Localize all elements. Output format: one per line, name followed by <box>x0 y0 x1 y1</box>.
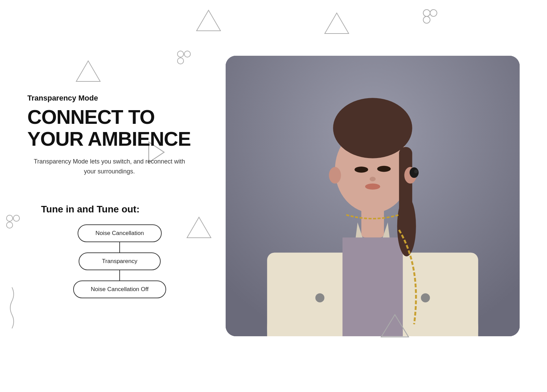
svg-point-15 <box>365 184 380 190</box>
svg-point-9 <box>333 98 412 158</box>
tune-heading: Tune in and Tune out: <box>27 204 212 215</box>
deco-circle-tl-1 <box>177 51 184 57</box>
flow-item-transparency[interactable]: Transparency <box>79 252 161 270</box>
deco-circle-bl-2 <box>13 215 19 221</box>
flow-item-nc-off[interactable]: Noise Cancellation Off <box>73 280 166 298</box>
svg-point-12 <box>355 167 368 173</box>
deco-circle-tr-2 <box>430 10 437 16</box>
deco-circle-tr-3 <box>423 16 430 23</box>
svg-point-19 <box>414 170 418 173</box>
deco-circle-tl-2 <box>184 51 190 57</box>
flow-connector-2 <box>119 270 120 280</box>
deco-triangle-top-right <box>325 13 349 34</box>
deco-triangle-top-left <box>76 61 100 81</box>
deco-circle-bl-1 <box>6 215 13 221</box>
svg-point-20 <box>315 293 324 302</box>
flow-item-noise-cancellation[interactable]: Noise Cancellation <box>78 224 162 242</box>
deco-triangle-top-center <box>197 10 221 31</box>
description: Transparency Mode lets you switch, and r… <box>27 157 191 177</box>
deco-circle-bl-3 <box>6 222 13 228</box>
flow-connector-1 <box>119 242 120 252</box>
page-container: Transparency Mode CONNECT TO YOUR AMBIEN… <box>0 0 547 392</box>
deco-circle-tr-1 <box>423 10 430 16</box>
model-image <box>226 56 520 336</box>
main-heading: CONNECT TO YOUR AMBIENCE <box>27 106 212 150</box>
right-image <box>226 56 520 336</box>
svg-point-14 <box>370 177 376 181</box>
left-content: Transparency Mode CONNECT TO YOUR AMBIEN… <box>27 94 226 298</box>
tune-section: Tune in and Tune out: Noise Cancellation… <box>27 204 212 298</box>
flow-container: Noise Cancellation Transparency Noise Ca… <box>27 224 212 298</box>
svg-rect-6 <box>343 237 403 336</box>
svg-point-13 <box>377 166 391 172</box>
deco-circle-tl-3 <box>177 58 184 64</box>
svg-point-21 <box>421 293 430 302</box>
subtitle-label: Transparency Mode <box>27 94 212 103</box>
svg-point-16 <box>329 167 341 184</box>
deco-squiggle-bottom-left <box>10 287 14 328</box>
